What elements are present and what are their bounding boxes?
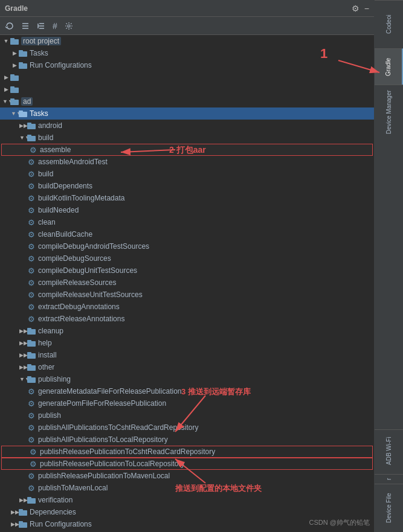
annotation-4: 推送到配置的本地文件夹 <box>175 483 262 494</box>
side-tab-adb[interactable]: ADB Wi-Fi <box>375 429 403 472</box>
tree-row-root2[interactable] <box>0 71 374 83</box>
tree-row-publishReleaseLocal[interactable]: ⚙ publishReleasePublicationToLocalReposi… <box>1 458 373 470</box>
tree-area: root project Tasks Run Configurations <box>0 35 374 532</box>
tree-row-ap[interactable] <box>0 83 374 95</box>
svg-rect-40 <box>19 522 27 528</box>
tree-row-generatePom[interactable]: ⚙ generatePomFileForReleasePublication <box>0 397 374 409</box>
tree-row-compileDebugUnit[interactable]: ⚙ compileDebugUnitTestSources <box>0 264 374 277</box>
svg-rect-8 <box>10 39 19 45</box>
tree-row-publishAllCsht[interactable]: ⚙ publishAllPublicationsToCshtReadCardRe… <box>0 421 374 434</box>
tree-row-extractDebug[interactable]: ⚙ extractDebugAnnotations <box>0 301 374 313</box>
expand-all-btn[interactable] <box>19 21 31 31</box>
settings-btn[interactable] <box>63 21 75 31</box>
tree-row-publishing[interactable]: ▼ publishing <box>0 373 374 385</box>
tree-row-compileDebugSources[interactable]: ⚙ compileDebugSources <box>0 252 374 264</box>
svg-rect-13 <box>19 62 23 64</box>
side-tab-gradle[interactable]: Gradle <box>375 48 403 85</box>
svg-rect-15 <box>10 74 15 76</box>
svg-rect-24 <box>27 136 36 141</box>
panel-title: Gradle <box>5 4 28 13</box>
tree-row-buildNeeded[interactable]: ⚙ buildNeeded <box>0 204 374 216</box>
tree-row-assembleAndroidTest[interactable]: ⚙ assembleAndroidTest <box>0 156 374 168</box>
svg-rect-33 <box>27 364 31 366</box>
tree-row-root1[interactable]: root project <box>0 35 374 47</box>
side-tab-codeo[interactable]: Codeoi <box>375 0 403 48</box>
tree-row-compileDebugAndroid[interactable]: ⚙ compileDebugAndroidTestSources <box>0 240 374 252</box>
svg-rect-28 <box>27 341 36 347</box>
toolbar: # <box>0 17 374 35</box>
tree-row-publishReleaseCsht[interactable]: ⚙ publishReleasePublicationToCshtReadCar… <box>1 446 373 458</box>
tree-row-tasks-main[interactable]: ▼ Tasks <box>0 107 374 120</box>
tree-row-cleanup[interactable]: ▶ cleanup <box>0 325 374 337</box>
svg-rect-19 <box>10 98 15 100</box>
svg-point-7 <box>68 25 70 27</box>
tree-row-publishAllLocal[interactable]: ⚙ publishAllPublicationsToLocalRepositor… <box>0 434 374 446</box>
svg-rect-14 <box>10 75 19 81</box>
side-tab-device-manager[interactable]: Device Manager <box>375 85 403 139</box>
svg-rect-38 <box>19 510 27 516</box>
svg-rect-31 <box>27 352 31 354</box>
svg-rect-10 <box>19 51 27 57</box>
tree-row-verification[interactable]: ▶ verification <box>0 494 374 506</box>
tree-row-ad[interactable]: ▼ ad <box>0 95 374 107</box>
svg-rect-35 <box>27 376 31 378</box>
svg-rect-29 <box>27 340 31 342</box>
tree-row-compileReleaseSources[interactable]: ⚙ compileReleaseSources <box>0 277 374 289</box>
svg-rect-26 <box>27 329 36 335</box>
collapse-all-btn[interactable] <box>35 21 47 31</box>
svg-rect-41 <box>19 521 23 523</box>
svg-rect-16 <box>10 88 19 93</box>
tree-row-compileReleaseUnit[interactable]: ⚙ compileReleaseUnitTestSources <box>0 289 374 301</box>
svg-rect-37 <box>27 497 31 499</box>
svg-rect-34 <box>27 377 36 383</box>
svg-rect-22 <box>27 124 36 129</box>
tree-row-cleanBuildCache[interactable]: ⚙ cleanBuildCache <box>0 228 374 240</box>
svg-rect-18 <box>10 100 19 105</box>
main-container: Gradle ⚙ − <box>0 0 403 532</box>
svg-rect-12 <box>19 63 27 69</box>
tree-row-buildDependents[interactable]: ⚙ buildDependents <box>0 180 374 192</box>
svg-rect-27 <box>27 328 31 330</box>
svg-rect-32 <box>27 365 36 371</box>
refresh-btn[interactable] <box>4 21 16 31</box>
watermark: CSDN @帅气的铅笔 <box>309 518 370 527</box>
annotation-3: 3 推送到远端暂存库 <box>181 386 251 397</box>
svg-rect-23 <box>27 123 31 124</box>
side-tab-device-file[interactable]: Device File <box>375 484 403 532</box>
tree-row-publishReleaseMaven[interactable]: ⚙ publishReleasePublicationToMavenLocal <box>0 470 374 482</box>
svg-rect-36 <box>27 498 36 504</box>
svg-rect-20 <box>19 112 27 117</box>
side-tab-r[interactable]: r <box>375 474 403 484</box>
annotation-2: 2 打包aar <box>169 145 206 156</box>
annotation-1: 1 <box>320 46 327 62</box>
tree-row-dependencies[interactable]: ▶ Dependencies <box>0 506 374 518</box>
svg-rect-39 <box>19 509 23 511</box>
tree-row-runconf1[interactable]: Run Configurations <box>0 59 374 71</box>
tree-row-publish[interactable]: ⚙ publish <box>0 409 374 421</box>
right-panels: Codeoi Gradle Device Manager ADB Wi-Fi r… <box>375 0 403 532</box>
svg-rect-25 <box>27 135 31 136</box>
svg-rect-11 <box>19 50 23 52</box>
svg-rect-17 <box>10 86 15 88</box>
title-bar: Gradle ⚙ − <box>0 0 374 17</box>
minimize-icon[interactable]: − <box>364 4 369 13</box>
tree-row-help[interactable]: ▶ help <box>0 337 374 349</box>
tree-row-extractRelease[interactable]: ⚙ extractReleaseAnnotations <box>0 313 374 325</box>
title-icons: ⚙ − <box>352 4 369 13</box>
svg-rect-9 <box>10 38 15 40</box>
tree-row-android[interactable]: ▶ android <box>0 120 374 132</box>
svg-rect-21 <box>19 111 23 112</box>
tree-row-install[interactable]: ▶ install <box>0 349 374 361</box>
tree-row-build-task[interactable]: ⚙ build <box>0 168 374 180</box>
svg-rect-30 <box>27 353 36 359</box>
group-btn[interactable]: # <box>51 20 59 32</box>
tree-row-tasks1[interactable]: Tasks <box>0 47 374 59</box>
gradle-panel: Gradle ⚙ − <box>0 0 375 532</box>
settings-icon[interactable]: ⚙ <box>352 4 359 13</box>
tree-row-clean[interactable]: ⚙ clean <box>0 216 374 228</box>
tree-row-buildKotlin[interactable]: ⚙ buildKotlinToolingMetadata <box>0 192 374 204</box>
tree-row-other[interactable]: ▶ other <box>0 361 374 373</box>
tree-row-build[interactable]: ▼ build <box>0 132 374 144</box>
